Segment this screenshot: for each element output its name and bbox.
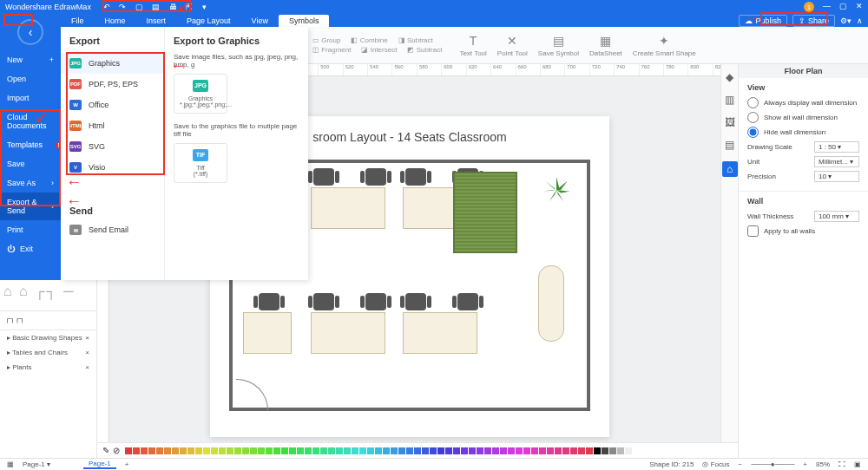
desk-2[interactable] [311, 168, 389, 229]
property-panel: Floor Plan View Always display wall dime… [738, 64, 868, 458]
export-html[interactable]: HTMLHtml [61, 115, 164, 136]
export-thumb-graphics[interactable]: JPG Graphics *.jpg;*.jpeg;*.png;... [174, 74, 227, 114]
page-selector[interactable]: Page-1 ▾ [23, 460, 75, 468]
category-basic-drawing[interactable]: ▸ Basic Drawing Shapes× [0, 330, 96, 345]
settings-icon[interactable]: ⚙▾ [840, 16, 852, 25]
drawing-scale-select[interactable]: 1 : 50 ▾ [814, 141, 859, 153]
file-save-as[interactable]: Save As› [0, 173, 61, 193]
fit-page-icon[interactable]: ⛶ [838, 460, 845, 468]
qat-redo-icon[interactable]: ↷ [119, 3, 126, 11]
file-cloud-documents[interactable]: Cloud Documents [0, 108, 61, 135]
radio-always-display[interactable]: Always display wall dimension [747, 97, 859, 108]
focus-icon[interactable]: ◎ Focus [702, 460, 729, 468]
quick-access-toolbar: ↶ ↷ ▢ ▤ 🖶 ⇱ ▾ [100, 3, 210, 11]
tab-view[interactable]: View [241, 15, 279, 27]
help-icon[interactable]: ∧ [857, 16, 863, 25]
wall-section-title: Wall [747, 197, 859, 206]
nofill-icon[interactable]: ⊘ [113, 446, 120, 455]
door[interactable] [236, 380, 267, 411]
desk-5[interactable] [311, 293, 389, 354]
tool-layers-icon[interactable]: ▥ [725, 94, 734, 106]
export-svg[interactable]: SVGSVG [61, 136, 164, 157]
ribbon-fragment[interactable]: ◫ Fragment [312, 46, 351, 54]
color-bar: ✎ ⊘ [97, 442, 738, 458]
export-office[interactable]: WOffice [61, 95, 164, 115]
fullscreen-icon[interactable]: ▣ [854, 460, 861, 468]
precision-select[interactable]: 10 ▾ [814, 171, 859, 182]
desk-6[interactable] [403, 293, 481, 354]
file-print[interactable]: Print [0, 220, 61, 239]
category-plants[interactable]: ▸ Plants× [0, 360, 96, 375]
window-min-icon[interactable]: — [823, 2, 831, 12]
image-icon: JPG [193, 80, 208, 92]
title-bar: Wondershare EdrawMax ↶ ↷ ▢ ▤ 🖶 ⇱ ▾ 1 — ▢… [0, 0, 868, 14]
tab-insert[interactable]: Insert [136, 15, 177, 27]
ribbon-datasheet[interactable]: ▦DataSheet [589, 34, 622, 57]
user-badge[interactable]: 1 [804, 2, 814, 12]
tool-image-icon[interactable]: 🖼 [725, 116, 735, 128]
unit-select[interactable]: Millimet... ▾ [814, 156, 859, 167]
window-max-icon[interactable]: ▢ [839, 2, 847, 12]
send-email[interactable]: ✉Send Email [61, 219, 164, 240]
file-save[interactable]: Save [0, 154, 61, 173]
desk-4[interactable] [243, 293, 295, 354]
export-thumb-tiff[interactable]: TIF Tiff (*.tiff) [174, 143, 227, 183]
qat-print-icon[interactable]: 🖶 [169, 3, 177, 11]
export-graphics[interactable]: JPGGraphics [61, 53, 164, 74]
ribbon-group[interactable]: ▭ Group [312, 36, 340, 44]
tab-file[interactable]: File [61, 15, 95, 27]
tool-floorplan-icon[interactable]: ⌂ [722, 161, 738, 177]
tab-symbols[interactable]: Symbols [279, 15, 330, 27]
file-new[interactable]: New+ [0, 50, 61, 69]
color-swatches[interactable] [125, 447, 640, 454]
radio-hide[interactable]: Hide wall dimension [747, 127, 859, 138]
ribbon-intersect[interactable]: ◪ Intersect [361, 46, 397, 54]
ribbon-point-tool[interactable]: ✕Point Tool [497, 34, 528, 57]
plant[interactable] [542, 175, 571, 205]
ribbon-smart-shape[interactable]: ✦Create Smart Shape [633, 34, 696, 57]
qat-dropdown-icon[interactable]: ▾ [202, 3, 207, 11]
zoom-in-button[interactable]: + [803, 460, 807, 468]
file-templates[interactable]: Templates NEW [0, 135, 61, 154]
pages-icon[interactable]: ▦ [7, 460, 14, 468]
zoom-slider[interactable]: ────●──── [751, 460, 794, 468]
tab-home[interactable]: Home [95, 15, 136, 27]
qat-undo-icon[interactable]: ↶ [103, 3, 110, 11]
ribbon-text-tool[interactable]: TText Tool [459, 34, 486, 57]
tiff-icon: TIF [193, 149, 208, 161]
qat-open-icon[interactable]: ▢ [135, 3, 143, 11]
ribbon-subtract2[interactable]: ◩ Subtract [407, 46, 442, 54]
radio-show-all[interactable]: Show all wall dimension [747, 112, 859, 123]
ribbon-save-symbol[interactable]: ▤Save Symbol [538, 34, 579, 57]
prop-header: Floor Plan [739, 64, 868, 78]
wall-thickness-select[interactable]: 100 mm ▾ [814, 211, 859, 222]
eyedropper-icon[interactable]: ✎ [102, 446, 109, 455]
tool-theme-icon[interactable]: ◆ [726, 71, 733, 83]
export-pdf[interactable]: PDFPDF, PS, EPS [61, 74, 164, 95]
tab-page-layout[interactable]: Page Layout [176, 15, 241, 27]
file-exit[interactable]: ⏻Exit [0, 239, 61, 258]
carpet[interactable] [453, 172, 517, 253]
qat-export-icon[interactable]: ⇱ [186, 3, 193, 11]
category-tables-chairs[interactable]: ▸ Tables and Chairs× [0, 345, 96, 360]
shape-thumbnails: ┌┐┌┐ [0, 311, 96, 330]
zoom-out-button[interactable]: − [738, 460, 742, 468]
file-export-send[interactable]: Export & Send› [0, 193, 61, 220]
ribbon-subtract[interactable]: ◨ Subtract [398, 36, 433, 44]
add-page-button[interactable]: + [125, 460, 129, 468]
window-close-icon[interactable]: ✕ [856, 2, 863, 12]
drawing-scale-label: Drawing Scale [747, 143, 792, 151]
tool-page-icon[interactable]: ▤ [725, 139, 734, 151]
share-button[interactable]: ⇪Share [792, 15, 835, 27]
publish-button[interactable]: ☁Publish [739, 15, 787, 27]
apply-all-walls[interactable]: Apply to all walls [747, 225, 859, 237]
file-import[interactable]: Import [0, 88, 61, 108]
file-open[interactable]: Open [0, 69, 61, 88]
oval-table[interactable] [538, 265, 564, 342]
export-visio[interactable]: VVisio [61, 157, 164, 178]
qat-save-icon[interactable]: ▤ [152, 3, 160, 11]
app-title: Wondershare EdrawMax [5, 3, 91, 11]
back-button[interactable]: ‹ [17, 19, 43, 45]
page-tab[interactable]: Page-1 [83, 460, 116, 469]
ribbon-combine[interactable]: ◧ Combine [351, 36, 387, 44]
